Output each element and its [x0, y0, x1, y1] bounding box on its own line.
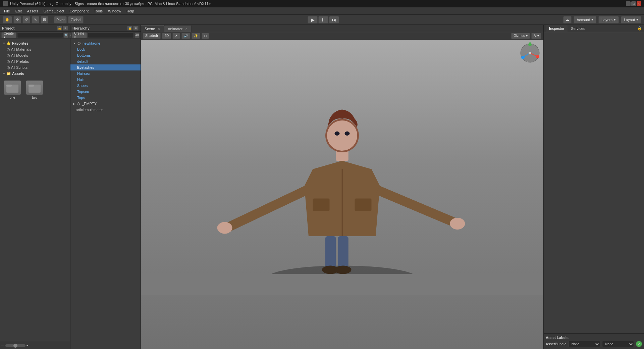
account-dropdown[interactable]: Account ▾: [574, 16, 596, 23]
hierarchy-label-newfitaone: newfitaone: [83, 41, 100, 45]
menu-file[interactable]: File: [1, 8, 13, 14]
toolbar-right: ☁ Account ▾ Layers ▾ Layout ▾: [563, 16, 641, 23]
all-prefabs-item[interactable]: ◎ All Prefabs: [0, 58, 70, 64]
scene-tab-bar: Scene ✕ Animator ✕: [141, 25, 543, 32]
menu-tools[interactable]: Tools: [91, 8, 105, 14]
scene-all-dropdown[interactable]: All ▾: [531, 33, 541, 39]
hierarchy-item-bottoms[interactable]: Bottoms: [70, 52, 141, 58]
pause-button[interactable]: ⏸: [318, 16, 328, 23]
project-create-button[interactable]: Create ▾: [1, 32, 16, 38]
svg-point-7: [217, 222, 232, 234]
panel-menu[interactable]: ≡: [63, 26, 68, 31]
hierarchy-item-eyelashes[interactable]: Eyelashes: [70, 64, 141, 70]
hierarchy-item-shoes[interactable]: Shoes: [70, 83, 141, 89]
zoom-in-icon[interactable]: +: [26, 344, 28, 347]
hierarchy-content: ▼ ⬡ newfitaone Body Bottoms default Eyel…: [70, 39, 141, 349]
hierarchy-label-topsec: Topsec: [77, 90, 89, 94]
asset-item-one[interactable]: one: [3, 79, 22, 101]
scene-toolbar: Shaded ▾ 2D ☀ 🔊 ✨ ◻ Gizmos ▾ All ▾: [141, 32, 543, 40]
menu-component[interactable]: Component: [67, 8, 91, 14]
hierarchy-all-button[interactable]: All: [135, 33, 139, 38]
scene-audio-btn[interactable]: 🔊: [181, 33, 190, 39]
rotate-tool[interactable]: ↺: [22, 16, 30, 23]
project-toolbar: Create ▾ 🔍 ▾ ◀ ▶: [0, 32, 70, 39]
svg-point-13: [345, 132, 350, 136]
asset-item-two[interactable]: two: [25, 79, 44, 101]
zoom-out-icon[interactable]: —: [1, 344, 4, 347]
hierarchy-item-tops[interactable]: Tops: [70, 95, 141, 101]
gizmos-dropdown[interactable]: Gizmos ▾: [511, 33, 530, 39]
menu-help[interactable]: Help: [124, 8, 137, 14]
asset-bundle-dropdown[interactable]: None: [569, 341, 600, 347]
cloud-button[interactable]: ☁: [563, 16, 572, 23]
menu-edit[interactable]: Edit: [13, 8, 24, 14]
unity-icon: U: [3, 1, 8, 6]
tab-scene[interactable]: Scene ✕: [141, 25, 164, 32]
svg-text:Persp: Persp: [527, 61, 533, 64]
all-models-item[interactable]: ◎ All Models: [0, 52, 70, 58]
hierarchy-item-newfitaone[interactable]: ▼ ⬡ newfitaone: [70, 40, 141, 46]
panel-lock[interactable]: 🔒: [57, 26, 62, 31]
layers-dropdown[interactable]: Layers ▾: [598, 16, 619, 23]
step-button[interactable]: ⏭: [329, 16, 339, 23]
menu-gameobject[interactable]: GameObject: [41, 8, 67, 14]
search-icon[interactable]: 🔍: [64, 33, 68, 38]
minimize-button[interactable]: ─: [626, 1, 631, 6]
tab-inspector[interactable]: Inspector: [546, 25, 568, 32]
hierarchy-item-articlemultimater[interactable]: articlemultimater: [70, 107, 141, 113]
svg-rect-19: [141, 274, 543, 295]
asset-labels-title: Asset Labels: [546, 336, 642, 340]
svg-text:X: X: [537, 55, 539, 58]
hierarchy-menu[interactable]: ≡: [133, 26, 139, 31]
2d-button[interactable]: 2D: [162, 33, 171, 39]
all-scripts-item[interactable]: ◎ All Scripts: [0, 64, 70, 70]
tab-services[interactable]: Services: [568, 25, 588, 32]
asset-bundle-label: AssetBundle: [546, 342, 567, 346]
scene-lighting-btn[interactable]: ☀: [172, 33, 180, 39]
play-button[interactable]: ▶: [308, 16, 318, 23]
svg-point-11: [327, 120, 357, 151]
hierarchy-item-default[interactable]: default: [70, 58, 141, 64]
svg-rect-15: [313, 199, 330, 211]
pivot-button[interactable]: Pivot: [54, 16, 67, 23]
hierarchy-toolbar: Create ▾ All: [70, 32, 141, 39]
close-button[interactable]: ✕: [637, 1, 641, 6]
hierarchy-lock[interactable]: 🔒: [127, 26, 132, 31]
hierarchy-create-button[interactable]: Create ▾: [72, 32, 87, 38]
hierarchy-search-input[interactable]: [88, 33, 134, 38]
menu-assets[interactable]: Assets: [24, 8, 41, 14]
scale-tool[interactable]: ⤡: [32, 16, 39, 23]
scene-skybox-btn[interactable]: ◻: [202, 33, 209, 39]
hierarchy-label-eyelashes: Eyelashes: [77, 65, 94, 69]
scene-view[interactable]: Y X Z Persp: [141, 40, 543, 349]
assets-header[interactable]: ▼ 📁 Assets: [0, 70, 70, 77]
project-search-input[interactable]: [17, 33, 63, 38]
tab-animator[interactable]: Animator ✕: [164, 25, 192, 32]
maximize-button[interactable]: □: [631, 1, 636, 6]
hand-tool[interactable]: ✋: [3, 16, 12, 23]
tab-animator-close[interactable]: ✕: [185, 27, 188, 31]
hierarchy-item-empty[interactable]: ▶ ⬡ _EMPTY: [70, 101, 141, 107]
svg-rect-3: [29, 85, 34, 87]
hierarchy-item-body[interactable]: Body: [70, 46, 141, 52]
tab-scene-close[interactable]: ✕: [158, 27, 160, 31]
hierarchy-item-hair[interactable]: Hair: [70, 77, 141, 83]
scene-fx-btn[interactable]: ✨: [192, 33, 200, 39]
asset-labels-section: Asset Labels AssetBundle None None ✓: [544, 333, 644, 349]
rect-tool[interactable]: ⊡: [41, 16, 48, 23]
menu-window[interactable]: Window: [105, 8, 124, 14]
asset-bundle-variant-dropdown[interactable]: None: [602, 341, 634, 347]
move-tool[interactable]: ✛: [13, 16, 21, 23]
global-button[interactable]: Global: [68, 16, 84, 23]
layout-dropdown[interactable]: Layout ▾: [621, 16, 641, 23]
hierarchy-label-tops: Tops: [77, 96, 85, 100]
asset-bundle-check-icon[interactable]: ✓: [636, 341, 642, 347]
inspector-lock-icon[interactable]: 🔒: [637, 26, 642, 31]
zoom-slider[interactable]: [5, 344, 25, 347]
all-materials-item[interactable]: ◎ All Materials: [0, 46, 70, 52]
hierarchy-item-hairsec[interactable]: Hairsec: [70, 70, 141, 77]
hierarchy-item-topsec[interactable]: Topsec: [70, 89, 141, 95]
scene-character-svg: [141, 40, 543, 349]
shaded-dropdown[interactable]: Shaded ▾: [143, 33, 161, 39]
favorites-header[interactable]: ▼ ⭐ Favorites: [0, 40, 70, 46]
